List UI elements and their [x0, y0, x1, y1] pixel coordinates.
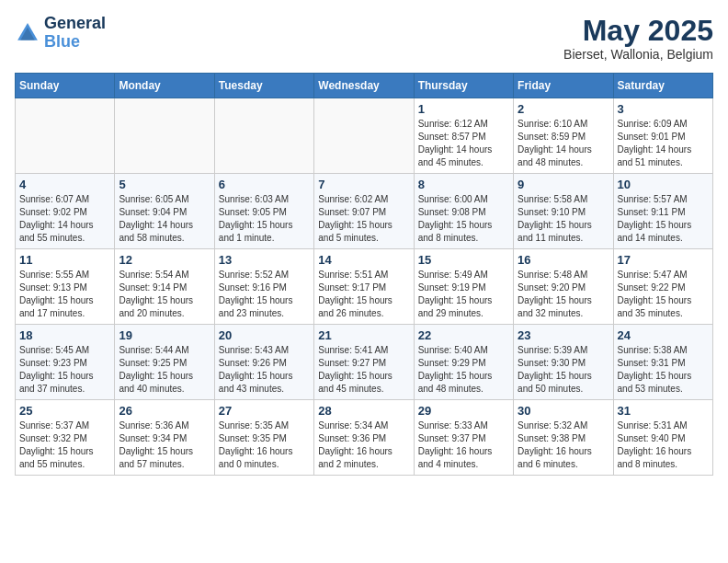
calendar-cell: 19Sunrise: 5:44 AM Sunset: 9:25 PM Dayli… [115, 325, 214, 400]
day-info: Sunrise: 5:31 AM Sunset: 9:40 PM Dayligh… [618, 419, 709, 471]
day-info: Sunrise: 6:00 AM Sunset: 9:08 PM Dayligh… [418, 193, 509, 245]
month-title: May 2025 [563, 15, 713, 47]
day-info: Sunrise: 5:55 AM Sunset: 9:13 PM Dayligh… [19, 269, 110, 320]
day-number: 4 [19, 178, 110, 191]
day-number: 24 [618, 328, 709, 342]
calendar-cell: 24Sunrise: 5:38 AM Sunset: 9:31 PM Dayli… [613, 325, 712, 400]
day-number: 11 [19, 253, 110, 267]
day-info: Sunrise: 5:43 AM Sunset: 9:26 PM Dayligh… [219, 344, 310, 396]
day-info: Sunrise: 5:37 AM Sunset: 9:32 PM Dayligh… [19, 419, 110, 471]
title-block: May 2025 Bierset, Wallonia, Belgium [563, 15, 713, 62]
day-of-week-header: Thursday [414, 74, 513, 98]
day-of-week-header: Monday [115, 74, 214, 98]
calendar-week-row: 18Sunrise: 5:45 AM Sunset: 9:23 PM Dayli… [16, 325, 713, 400]
calendar-table: SundayMondayTuesdayWednesdayThursdayFrid… [15, 73, 713, 476]
calendar-cell: 26Sunrise: 5:36 AM Sunset: 9:34 PM Dayli… [115, 400, 214, 476]
day-number: 21 [318, 328, 409, 342]
calendar-cell: 15Sunrise: 5:49 AM Sunset: 9:19 PM Dayli… [414, 249, 513, 325]
calendar-cell: 1Sunrise: 6:12 AM Sunset: 8:57 PM Daylig… [414, 98, 513, 174]
calendar-cell: 5Sunrise: 6:05 AM Sunset: 9:04 PM Daylig… [115, 174, 214, 249]
day-number: 22 [418, 328, 509, 342]
day-info: Sunrise: 5:39 AM Sunset: 9:30 PM Dayligh… [518, 344, 609, 396]
calendar-cell [214, 98, 313, 174]
day-number: 7 [318, 178, 409, 191]
day-number: 5 [119, 178, 210, 191]
page-header: General Blue May 2025 Bierset, Wallonia,… [15, 15, 713, 62]
logo-text: General Blue [44, 15, 106, 52]
day-number: 28 [318, 404, 409, 418]
calendar-week-row: 25Sunrise: 5:37 AM Sunset: 9:32 PM Dayli… [16, 400, 713, 476]
logo-icon [15, 20, 40, 46]
day-info: Sunrise: 5:40 AM Sunset: 9:29 PM Dayligh… [418, 344, 509, 396]
day-info: Sunrise: 5:47 AM Sunset: 9:22 PM Dayligh… [618, 269, 709, 320]
calendar-cell: 30Sunrise: 5:32 AM Sunset: 9:38 PM Dayli… [514, 400, 613, 476]
calendar-cell: 28Sunrise: 5:34 AM Sunset: 9:36 PM Dayli… [314, 400, 414, 476]
day-info: Sunrise: 5:35 AM Sunset: 9:35 PM Dayligh… [219, 419, 310, 471]
day-number: 10 [618, 178, 709, 191]
day-of-week-header: Tuesday [214, 74, 313, 98]
calendar-cell: 16Sunrise: 5:48 AM Sunset: 9:20 PM Dayli… [514, 249, 613, 325]
day-number: 19 [119, 328, 210, 342]
day-number: 25 [19, 404, 110, 418]
calendar-cell: 10Sunrise: 5:57 AM Sunset: 9:11 PM Dayli… [613, 174, 712, 249]
day-number: 16 [518, 253, 609, 267]
day-info: Sunrise: 5:48 AM Sunset: 9:20 PM Dayligh… [518, 269, 609, 320]
calendar-cell: 13Sunrise: 5:52 AM Sunset: 9:16 PM Dayli… [214, 249, 313, 325]
day-number: 29 [418, 404, 509, 418]
calendar-cell: 17Sunrise: 5:47 AM Sunset: 9:22 PM Dayli… [613, 249, 712, 325]
day-info: Sunrise: 5:54 AM Sunset: 9:14 PM Dayligh… [119, 269, 210, 320]
calendar-week-row: 4Sunrise: 6:07 AM Sunset: 9:02 PM Daylig… [16, 174, 713, 249]
day-number: 8 [418, 178, 509, 191]
calendar-cell: 7Sunrise: 6:02 AM Sunset: 9:07 PM Daylig… [314, 174, 414, 249]
calendar-cell [314, 98, 414, 174]
day-of-week-header: Wednesday [314, 74, 414, 98]
day-number: 17 [618, 253, 709, 267]
day-of-week-header: Saturday [613, 74, 712, 98]
day-info: Sunrise: 6:05 AM Sunset: 9:04 PM Dayligh… [119, 193, 210, 245]
day-number: 30 [518, 404, 609, 418]
day-number: 2 [518, 102, 609, 116]
day-info: Sunrise: 6:10 AM Sunset: 8:59 PM Dayligh… [518, 118, 609, 169]
day-info: Sunrise: 5:49 AM Sunset: 9:19 PM Dayligh… [418, 269, 509, 320]
day-number: 13 [219, 253, 310, 267]
calendar-cell: 31Sunrise: 5:31 AM Sunset: 9:40 PM Dayli… [613, 400, 712, 476]
calendar-body: 1Sunrise: 6:12 AM Sunset: 8:57 PM Daylig… [16, 98, 713, 476]
calendar-cell: 18Sunrise: 5:45 AM Sunset: 9:23 PM Dayli… [16, 325, 115, 400]
day-number: 1 [418, 102, 509, 116]
logo: General Blue [15, 15, 106, 52]
subtitle: Bierset, Wallonia, Belgium [563, 47, 713, 62]
calendar-cell: 23Sunrise: 5:39 AM Sunset: 9:30 PM Dayli… [514, 325, 613, 400]
day-number: 31 [618, 404, 709, 418]
calendar-cell: 6Sunrise: 6:03 AM Sunset: 9:05 PM Daylig… [214, 174, 313, 249]
day-info: Sunrise: 5:36 AM Sunset: 9:34 PM Dayligh… [119, 419, 210, 471]
calendar-cell: 3Sunrise: 6:09 AM Sunset: 9:01 PM Daylig… [613, 98, 712, 174]
calendar-cell: 14Sunrise: 5:51 AM Sunset: 9:17 PM Dayli… [314, 249, 414, 325]
day-info: Sunrise: 5:33 AM Sunset: 9:37 PM Dayligh… [418, 419, 509, 471]
day-number: 14 [318, 253, 409, 267]
day-info: Sunrise: 5:57 AM Sunset: 9:11 PM Dayligh… [618, 193, 709, 245]
calendar-cell: 11Sunrise: 5:55 AM Sunset: 9:13 PM Dayli… [16, 249, 115, 325]
calendar-cell: 20Sunrise: 5:43 AM Sunset: 9:26 PM Dayli… [214, 325, 313, 400]
header-row: SundayMondayTuesdayWednesdayThursdayFrid… [16, 74, 713, 98]
day-number: 6 [219, 178, 310, 191]
calendar-cell: 9Sunrise: 5:58 AM Sunset: 9:10 PM Daylig… [514, 174, 613, 249]
calendar-header: SundayMondayTuesdayWednesdayThursdayFrid… [16, 74, 713, 98]
day-number: 20 [219, 328, 310, 342]
day-info: Sunrise: 5:44 AM Sunset: 9:25 PM Dayligh… [119, 344, 210, 396]
calendar-cell: 21Sunrise: 5:41 AM Sunset: 9:27 PM Dayli… [314, 325, 414, 400]
calendar-cell: 12Sunrise: 5:54 AM Sunset: 9:14 PM Dayli… [115, 249, 214, 325]
day-of-week-header: Friday [514, 74, 613, 98]
day-of-week-header: Sunday [16, 74, 115, 98]
calendar-week-row: 1Sunrise: 6:12 AM Sunset: 8:57 PM Daylig… [16, 98, 713, 174]
day-number: 18 [19, 328, 110, 342]
day-info: Sunrise: 6:07 AM Sunset: 9:02 PM Dayligh… [19, 193, 110, 245]
day-info: Sunrise: 6:03 AM Sunset: 9:05 PM Dayligh… [219, 193, 310, 245]
calendar-cell [16, 98, 115, 174]
day-number: 26 [119, 404, 210, 418]
calendar-week-row: 11Sunrise: 5:55 AM Sunset: 9:13 PM Dayli… [16, 249, 713, 325]
calendar-cell: 27Sunrise: 5:35 AM Sunset: 9:35 PM Dayli… [214, 400, 313, 476]
calendar-cell: 4Sunrise: 6:07 AM Sunset: 9:02 PM Daylig… [16, 174, 115, 249]
day-number: 9 [518, 178, 609, 191]
day-info: Sunrise: 5:34 AM Sunset: 9:36 PM Dayligh… [318, 419, 409, 471]
calendar-cell: 29Sunrise: 5:33 AM Sunset: 9:37 PM Dayli… [414, 400, 513, 476]
